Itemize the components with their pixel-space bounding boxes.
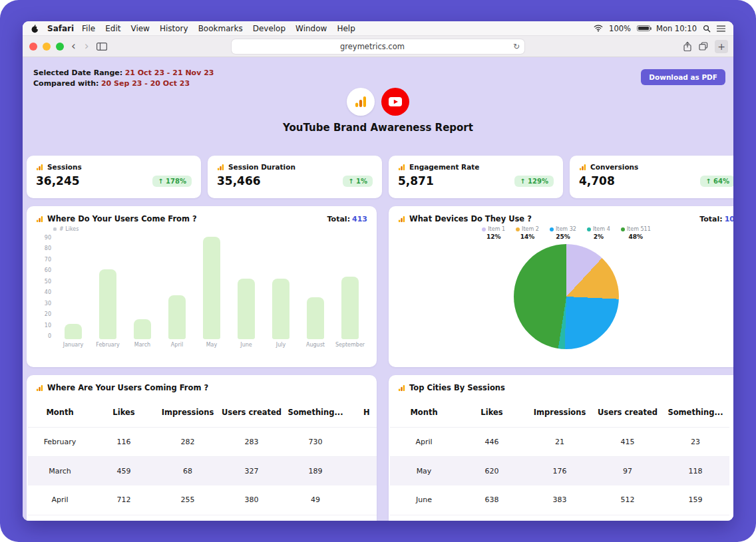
legend-percent: 12% [482, 233, 505, 240]
bar-slot [264, 235, 298, 339]
column-header: Likes [92, 398, 156, 427]
bar-august[interactable] [307, 297, 324, 339]
table-cell: 255 [156, 485, 220, 515]
legend-percent: 14% [516, 233, 539, 240]
back-button[interactable]: ‹ [70, 41, 77, 52]
analytics-icon [36, 164, 43, 171]
kpi-delta-badge: ↑ 64% [700, 176, 733, 187]
series-dot-icon [53, 227, 57, 231]
table-row: March45968327189 [28, 456, 377, 485]
cities-table-title: Top Cities By Sessions [409, 383, 505, 392]
date-range-block: Selected Date Range: 21 Oct 23 - 21 Nov … [33, 68, 214, 89]
menu-history[interactable]: History [160, 24, 188, 33]
menu-edit[interactable]: Edit [105, 24, 120, 33]
menubar-app-name[interactable]: Safari [47, 24, 74, 33]
users-table-title: Where Are Your Users Coming From ? [47, 383, 208, 392]
battery-icon[interactable] [637, 25, 650, 31]
x-axis-label: August [298, 342, 333, 348]
table-cell: 730 [284, 427, 347, 456]
date-range-label: Selected Date Range: [33, 68, 122, 77]
bar-march[interactable] [134, 319, 151, 339]
menubar-clock[interactable]: Mon 10:10 [656, 24, 697, 33]
compared-with-label: Compared with: [33, 79, 98, 88]
table-row: May62017697118 [390, 456, 729, 485]
legend-item: Item 51148% [621, 226, 651, 240]
menu-develop[interactable]: Develop [253, 24, 285, 33]
y-axis-tick: 10 [45, 323, 51, 329]
bar-february[interactable] [99, 269, 116, 339]
new-tab-button[interactable]: + [715, 40, 728, 53]
bar-july[interactable] [272, 279, 289, 339]
minimize-button[interactable] [43, 43, 51, 51]
x-axis-label: January [56, 342, 91, 348]
y-axis-tick: 90 [45, 235, 51, 241]
spotlight-search-icon[interactable] [703, 25, 711, 33]
legend-dot-icon [550, 227, 554, 231]
kpi-label: Session Duration [228, 163, 295, 171]
table-cell: 23 [662, 427, 729, 456]
table-cell: June [390, 485, 458, 515]
address-bar[interactable]: ↻ [232, 39, 524, 54]
reload-icon[interactable]: ↻ [513, 42, 524, 51]
column-header: Users created [220, 398, 284, 427]
toolbar-right-icons: + [683, 40, 728, 53]
table-cell: 383 [526, 485, 594, 515]
menu-help[interactable]: Help [337, 24, 355, 33]
bar-x-labels: JanuaryFebruaryMarchAprilMayJuneJulyAugu… [56, 342, 367, 348]
pie-chart[interactable] [514, 244, 619, 349]
users-table: MonthLikesImpressionsUsers createdSometh… [28, 398, 377, 515]
table-cell: 380 [220, 485, 284, 515]
bar-slot [125, 235, 160, 339]
share-icon[interactable] [683, 41, 692, 52]
bar-may[interactable] [203, 237, 220, 339]
menu-window[interactable]: Window [295, 24, 327, 33]
table-cell: 49 [284, 485, 347, 515]
analytics-icon [217, 164, 224, 171]
legend-percent: 25% [550, 233, 576, 240]
bar-april[interactable] [168, 295, 186, 339]
menu-view[interactable]: View [130, 24, 149, 33]
apple-logo-icon[interactable] [31, 24, 39, 33]
table-cell: May [390, 456, 458, 485]
table-cell: 68 [156, 456, 220, 485]
table-row: April4462141523 [390, 427, 729, 456]
zoom-button[interactable] [56, 43, 64, 51]
control-center-icon[interactable] [717, 25, 725, 32]
bar-june[interactable] [238, 279, 255, 339]
compared-with-value: 20 Sep 23 - 20 Oct 23 [101, 79, 190, 88]
bar-september[interactable] [341, 277, 359, 339]
kpi-value: 4,708 [579, 174, 615, 188]
y-axis-tick: 60 [45, 267, 51, 273]
column-header: Month [28, 398, 92, 427]
table-cell: 118 [662, 456, 729, 485]
forward-button[interactable]: › [83, 41, 91, 52]
analytics-icon [36, 215, 43, 223]
legend-label: Item 511 [627, 226, 651, 232]
y-axis-tick: 20 [45, 311, 51, 317]
x-axis-label: September [333, 342, 367, 348]
kpi-card-conversions: Conversions 4,708 ↑ 64% [570, 156, 733, 198]
kpi-label: Sessions [47, 163, 82, 171]
safari-toolbar: ‹ › ↻ [23, 36, 733, 57]
download-pdf-button[interactable]: Download as PDF [641, 69, 725, 85]
tab-overview-icon[interactable] [699, 42, 708, 51]
kpi-value: 36,245 [36, 174, 80, 188]
url-input[interactable] [232, 42, 513, 51]
legend-percent: 48% [621, 233, 651, 240]
bar-slot [91, 235, 125, 339]
bar-january[interactable] [65, 324, 82, 339]
wifi-icon[interactable] [594, 25, 603, 32]
kpi-card-engagement-rate: Engagement Rate 5,871 ↑ 129% [389, 156, 563, 198]
sidebar-toggle-icon[interactable] [96, 43, 107, 51]
table-row: February116282283730 [28, 427, 377, 456]
close-button[interactable] [29, 43, 37, 51]
bar-total-label: Total: [327, 215, 350, 223]
table-cell: 283 [220, 427, 284, 456]
menubar-status-area: 100% Mon 10:10 [594, 24, 725, 33]
menubar-menus: FileEditViewHistoryBookmarksDevelopWindo… [82, 24, 355, 33]
bar-series-label: # Likes [59, 226, 79, 232]
menu-bookmarks[interactable]: Bookmarks [198, 24, 243, 33]
bar-series-label-row: # Likes [53, 226, 367, 232]
x-axis-label: May [194, 342, 229, 348]
menu-file[interactable]: File [82, 24, 95, 33]
